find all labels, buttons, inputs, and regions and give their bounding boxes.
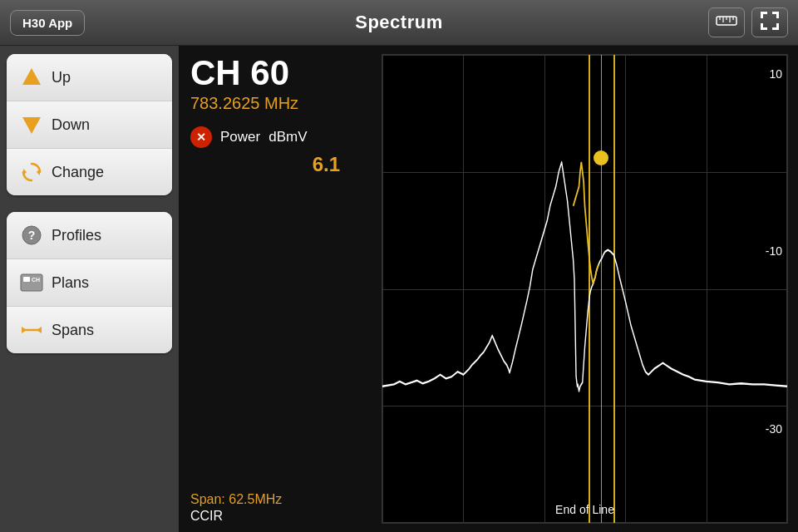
svg-rect-11 [761, 23, 763, 30]
svg-marker-14 [22, 68, 41, 85]
plans-icon: CH [20, 271, 43, 294]
change-button[interactable]: Change [7, 149, 172, 195]
svg-rect-12 [776, 12, 779, 18]
svg-marker-17 [23, 169, 27, 175]
svg-rect-13 [776, 23, 779, 30]
profiles-group: ? Profiles CH Plans [7, 212, 172, 353]
select-icon [759, 10, 781, 36]
profiles-icon: ? [20, 224, 43, 247]
header: H30 App Spectrum [0, 0, 798, 46]
sidebar: Up Down Cha [0, 46, 179, 532]
header-right [708, 7, 788, 37]
svg-text:CH: CH [32, 277, 40, 283]
power-status-icon: ✕ [190, 126, 212, 148]
content-area: CH 60 783.2625 MHz ✕ Power dBmV 6.1 Span… [179, 46, 798, 532]
down-arrow-icon [20, 113, 43, 136]
svg-text:?: ? [28, 229, 36, 242]
ruler-button[interactable] [708, 7, 745, 37]
up-arrow-icon [20, 66, 43, 89]
header-left: H30 App [10, 10, 85, 36]
up-button[interactable]: Up [7, 54, 172, 101]
plans-button[interactable]: CH Plans [7, 259, 172, 307]
svg-marker-25 [37, 327, 42, 333]
select-button[interactable] [751, 7, 788, 37]
svg-rect-21 [23, 277, 30, 282]
svg-marker-15 [22, 117, 41, 134]
svg-marker-16 [37, 169, 40, 175]
main: Up Down Cha [0, 46, 798, 532]
span-label: Span: 62.5MHz [190, 492, 373, 507]
info-panel: CH 60 783.2625 MHz ✕ Power dBmV 6.1 Span… [190, 54, 373, 524]
spectrum-svg [382, 55, 787, 523]
power-unit: dBmV [268, 129, 307, 145]
svg-marker-24 [22, 327, 27, 333]
down-button[interactable]: Down [7, 101, 172, 149]
channel-frequency: 783.2625 MHz [190, 94, 373, 113]
nav-group: Up Down Cha [7, 54, 172, 195]
x-label: End of Line [555, 503, 614, 516]
profiles-button[interactable]: ? Profiles [7, 212, 172, 259]
channel-name: CH 60 [190, 54, 373, 92]
power-label: Power [220, 129, 260, 145]
standard-label: CCIR [190, 509, 373, 524]
power-value: 6.1 [190, 153, 373, 176]
header-title: Spectrum [355, 12, 442, 33]
change-icon [20, 160, 43, 184]
h30-app-button[interactable]: H30 App [10, 10, 85, 36]
spans-icon [20, 318, 43, 342]
spans-button[interactable]: Spans [7, 307, 172, 353]
ruler-icon [716, 12, 737, 33]
svg-rect-10 [761, 12, 763, 18]
power-row: ✕ Power dBmV [190, 126, 373, 148]
spectrum-chart: 10 -10 -30 End of Line [382, 54, 788, 524]
